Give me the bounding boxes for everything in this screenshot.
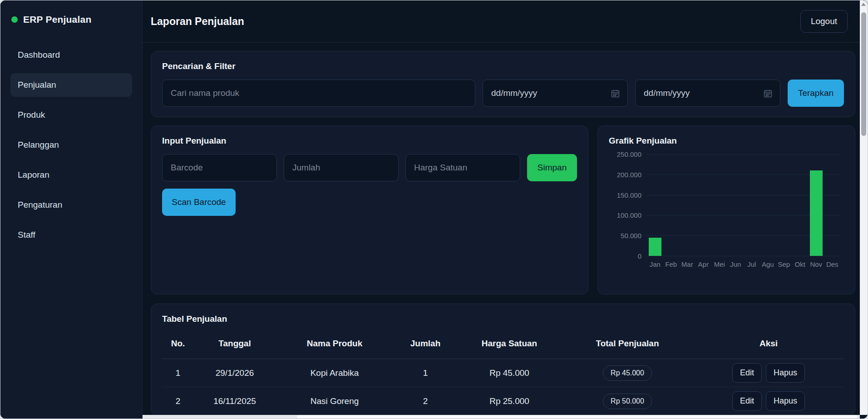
edit-button[interactable]: Edit — [732, 363, 762, 383]
chart-ytick-label: 150.000 — [609, 191, 641, 199]
sidebar-item-staff[interactable]: Staff — [10, 223, 132, 247]
calendar-icon[interactable] — [763, 89, 773, 98]
cell-nama-produk: Kopi Arabika — [276, 368, 394, 378]
app-window: ERP Penjualan Dashboard Penjualan Produk… — [0, 0, 868, 419]
chart-bar-jan — [649, 238, 661, 256]
chart-month-labels: JanFebMarAprMeiJunJulAguSepOktNovDes — [647, 260, 840, 268]
chart-xtick-label: Nov — [808, 260, 824, 268]
scan-barcode-button[interactable]: Scan Barcode — [162, 189, 236, 216]
sidebar-item-penjualan[interactable]: Penjualan — [10, 73, 132, 97]
chart-bar-nov — [810, 170, 823, 256]
sidebar-item-pengaturan[interactable]: Pengaturan — [10, 193, 132, 217]
cell-tanggal: 29/1/2026 — [194, 368, 276, 378]
brand: ERP Penjualan — [11, 14, 132, 25]
column-header-tanggal: Tanggal — [194, 339, 276, 349]
horizontal-scrollbar[interactable] — [143, 415, 860, 419]
chart-xtick-label: Mei — [711, 260, 728, 268]
delete-button[interactable]: Hapus — [766, 391, 805, 411]
sale-input-card: Input Penjualan Simpan Scan Barcode — [151, 125, 588, 294]
date-to-input[interactable]: dd/mm/yyyy — [635, 80, 780, 107]
cell-no: 2 — [162, 396, 194, 406]
date-from-placeholder: dd/mm/yyyy — [491, 88, 537, 98]
total-badge: Rp 50.000 — [603, 394, 652, 409]
cell-aksi: Edit Hapus — [693, 391, 844, 411]
middle-section: Input Penjualan Simpan Scan Barcode Graf… — [151, 125, 855, 294]
total-badge: Rp 45.000 — [603, 365, 652, 381]
horizontal-scrollbar-thumb[interactable] — [297, 415, 857, 418]
cell-nama-produk: Nasi Goreng — [276, 396, 394, 406]
cell-aksi: Edit Hapus — [693, 363, 844, 383]
chart-xtick-label: Feb — [663, 260, 680, 268]
column-header-aksi: Aksi — [693, 339, 844, 349]
cell-tanggal: 16/11/2025 — [194, 396, 276, 406]
scroll-up-arrow-icon[interactable] — [861, 3, 866, 6]
chart-xtick-label: Des — [824, 260, 841, 268]
save-button[interactable]: Simpan — [527, 154, 577, 181]
chart-gridline — [647, 154, 840, 155]
unit-price-input[interactable] — [405, 154, 520, 181]
cell-harga-satuan: Rp 45.000 — [457, 368, 562, 378]
cell-total-penjualan: Rp 45.000 — [562, 365, 693, 381]
vertical-scrollbar[interactable] — [860, 0, 868, 415]
calendar-icon[interactable] — [611, 89, 620, 98]
barcode-input[interactable] — [162, 154, 277, 181]
column-header-total-penjualan: Total Penjualan — [562, 339, 693, 349]
chart-xtick-label: Agu — [760, 260, 776, 268]
chart-title: Grafik Penjualan — [609, 136, 844, 146]
chart-xtick-label: Jun — [728, 260, 744, 268]
chart-xtick-label: Mar — [679, 260, 695, 268]
sales-bar-chart: 250.000200.000150.000100.00050.0000 JanF… — [609, 154, 844, 268]
table-row: 2 16/11/2025 Nasi Goreng 2 Rp 25.000 Rp … — [162, 387, 844, 415]
sidebar-nav: Dashboard Penjualan Produk Pelanggan Lap… — [10, 43, 132, 247]
filter-title: Pencarian & Filter — [162, 61, 844, 71]
delete-button[interactable]: Hapus — [766, 363, 805, 383]
logout-button[interactable]: Logout — [800, 10, 848, 33]
quantity-input[interactable] — [284, 154, 399, 181]
chart-xtick-label: Okt — [792, 260, 809, 268]
cell-harga-satuan: Rp 25.000 — [457, 396, 562, 406]
sidebar: ERP Penjualan Dashboard Penjualan Produk… — [0, 0, 143, 419]
chart-ytick-label: 200.000 — [609, 170, 641, 178]
vertical-scrollbar-thumb[interactable] — [861, 12, 866, 136]
apply-filter-button[interactable]: Terapkan — [788, 80, 844, 107]
chart-ytick-label: 250.000 — [609, 150, 641, 158]
sale-input-title: Input Penjualan — [162, 136, 577, 146]
page-content: Pencarian & Filter dd/mm/yyyy dd/mm/yyyy — [143, 43, 868, 416]
sidebar-item-dashboard[interactable]: Dashboard — [10, 43, 132, 67]
chart-xtick-label: Jan — [647, 260, 663, 268]
chart-xtick-label: Sep — [776, 260, 792, 268]
table-title: Tabel Penjualan — [162, 314, 844, 324]
chart-plot-area: 250.000200.000150.000100.00050.0000 — [647, 154, 840, 256]
sidebar-item-laporan[interactable]: Laporan — [10, 163, 132, 187]
filter-card: Pencarian & Filter dd/mm/yyyy dd/mm/yyyy — [151, 51, 855, 117]
column-header-nama-produk: Nama Produk — [276, 339, 394, 349]
table-header-row: No. Tanggal Nama Produk Jumlah Harga Sat… — [162, 332, 844, 359]
brand-dot-icon — [11, 16, 18, 23]
filter-row: dd/mm/yyyy dd/mm/yyyy Terapkan — [162, 80, 844, 107]
sales-table-card: Tabel Penjualan No. Tanggal Nama Produk … — [151, 304, 855, 416]
table-row: 1 29/1/2026 Kopi Arabika 1 Rp 45.000 Rp … — [162, 359, 844, 387]
sale-input-row: Simpan — [162, 154, 577, 181]
chart-xtick-label: Apr — [695, 260, 712, 268]
cell-jumlah: 1 — [394, 368, 457, 378]
column-header-no: No. — [162, 339, 194, 349]
search-input[interactable] — [162, 80, 475, 107]
chart-ytick-label: 0 — [609, 252, 641, 260]
sales-chart-card: Grafik Penjualan 250.000200.000150.00010… — [597, 125, 855, 294]
column-header-jumlah: Jumlah — [394, 339, 457, 349]
topbar: Laporan Penjualan Logout — [143, 0, 868, 43]
sidebar-item-produk[interactable]: Produk — [10, 103, 132, 127]
chart-ytick-label: 100.000 — [609, 211, 641, 219]
cell-jumlah: 2 — [394, 396, 457, 406]
chart-xtick-label: Jul — [744, 260, 760, 268]
chart-gridline — [647, 256, 840, 256]
date-from-input[interactable]: dd/mm/yyyy — [483, 80, 628, 107]
cell-total-penjualan: Rp 50.000 — [562, 394, 693, 409]
edit-button[interactable]: Edit — [732, 391, 762, 411]
date-to-placeholder: dd/mm/yyyy — [644, 88, 690, 98]
page-title: Laporan Penjualan — [151, 15, 244, 28]
column-header-harga-satuan: Harga Satuan — [457, 339, 562, 349]
cell-no: 1 — [162, 368, 194, 378]
main-area: Laporan Penjualan Logout Pencarian & Fil… — [143, 0, 868, 419]
sidebar-item-pelanggan[interactable]: Pelanggan — [10, 133, 132, 157]
